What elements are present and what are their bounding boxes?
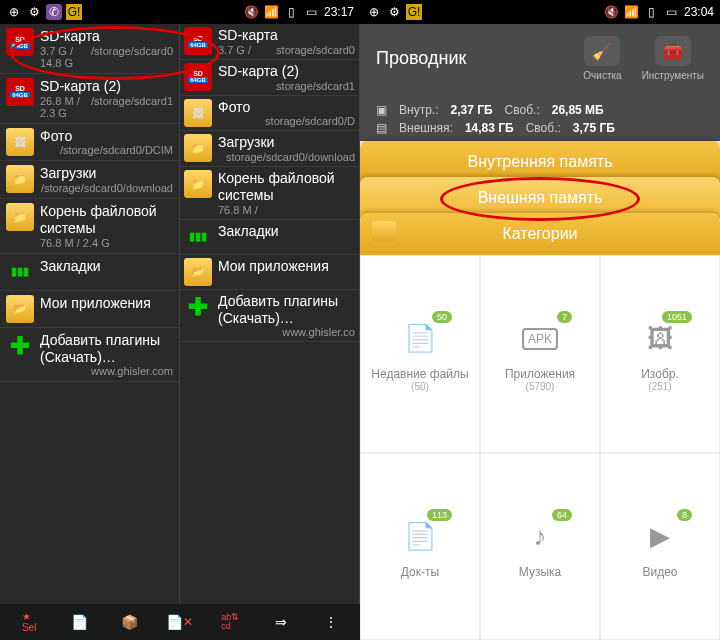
gear-icon: ⚙ (26, 4, 42, 20)
list-item[interactable]: 📂Мои приложения (0, 291, 179, 328)
sd-icon: SD64GB (6, 78, 34, 106)
list-item[interactable]: 🖼Фотоstorage/sdcard0/D (180, 96, 359, 132)
count-badge: 50 (432, 311, 452, 323)
category-grid: 📄50Недавние файлы(50)APK7Приложения(5790… (360, 255, 720, 640)
list-item[interactable]: 🖼Фото/storage/sdcard0/DCIM (0, 124, 179, 162)
item-size: 76.8 M / (218, 204, 258, 216)
menu-button[interactable]: ⋮ (315, 606, 347, 638)
photo-folder-icon: 🖼 (6, 128, 34, 156)
item-path: /storage/sdcard0/DCIM (60, 144, 173, 156)
item-size: 3.7 G / 14.8 G (40, 45, 91, 69)
wifi-icon: 📶 (624, 4, 640, 20)
sort-button[interactable]: ab⇅cd (214, 606, 246, 638)
app-icon: G! (406, 4, 422, 20)
list-item[interactable]: SD64GBSD-карта (2)26.8 M / 2.3 G/storage… (0, 74, 179, 124)
item-path: www.ghisler.com (91, 365, 173, 377)
list-item[interactable]: 📁Загрузки/storage/sdcard0/download (0, 161, 179, 199)
app-header: Проводник 🧹 Очистка 🧰 Инструменты (360, 24, 720, 93)
plus-icon: ✚ (184, 293, 212, 321)
list-item[interactable]: SD64GBSD-карта (2)storage/sdcard1 (180, 60, 359, 96)
sd-icon: SD64GB (6, 28, 34, 56)
item-title: Корень файловой системы (218, 170, 355, 204)
list-item[interactable]: 📁Корень файловой системы76.8 M / (180, 167, 359, 220)
item-title: Загрузки (218, 134, 355, 151)
count-badge: 64 (552, 509, 572, 521)
copy-button[interactable]: 📄 (63, 606, 95, 638)
category-cell[interactable]: 🖼1051Изобр.(251) (600, 255, 720, 453)
swap-button[interactable]: ⇒ (265, 606, 297, 638)
category-icon: 📄50 (398, 317, 442, 361)
apps-icon: 📂 (184, 258, 212, 286)
plus-icon: ⊕ (6, 4, 22, 20)
category-title: Приложения (505, 367, 575, 381)
category-cell[interactable]: APK7Приложения(5790) (480, 255, 600, 453)
list-item[interactable]: 📁Корень файловой системы76.8 M / 2.4 G (0, 199, 179, 254)
dual-pane: SD64GBSD-карта3.7 G / 14.8 G/storage/sdc… (0, 24, 360, 604)
broom-icon: 🧹 (584, 36, 620, 66)
sd-icon: SD64GB (184, 27, 212, 55)
phone-right: ⊕ ⚙ G! 🔇 📶 ▯ ▭ 23:04 Проводник 🧹 Очистка… (360, 0, 720, 640)
list-item[interactable]: ▮▮▮Закладки (180, 220, 359, 255)
category-sub: (50) (411, 381, 429, 392)
item-title: Добавить плагины (Скачать)… (218, 293, 355, 327)
pane-left[interactable]: SD64GBSD-карта3.7 G / 14.8 G/storage/sdc… (0, 24, 180, 604)
item-path: /storage/sdcard0/download (41, 182, 173, 194)
category-cell[interactable]: 📄50Недавние файлы(50) (360, 255, 480, 453)
delete-button[interactable]: 📄✕ (164, 606, 196, 638)
category-cell[interactable]: ▶8Видео (600, 453, 720, 640)
list-item[interactable]: 📂Мои приложения (180, 255, 359, 290)
folder-icon: 📁 (184, 170, 212, 198)
category-icon: 📄113 (398, 515, 442, 559)
item-title: Корень файловой системы (40, 203, 173, 237)
count-badge: 7 (557, 311, 572, 323)
bookmark-icon: ▮▮▮ (184, 223, 212, 251)
item-size: 76.8 M / 2.4 G (40, 237, 110, 249)
cleanup-button[interactable]: 🧹 Очистка (583, 36, 621, 81)
phone-left: ⊕ ⚙ ✆ G! 🔇 📶 ▯ ▭ 23:17 SD64GBSD-карта3.7… (0, 0, 360, 640)
item-path: storage/sdcard0/D (265, 115, 355, 127)
toolbox-icon: 🧰 (655, 36, 691, 66)
item-title: Добавить плагины (Скачать)… (40, 332, 173, 366)
category-icon: ▶8 (638, 515, 682, 559)
folder-icon: 📁 (184, 134, 212, 162)
pane-right[interactable]: SD64GBSD-карта3.7 G /storage/sdcard0SD64… (180, 24, 360, 604)
category-sub: (5790) (526, 381, 555, 392)
sd-icon: ▤ (376, 121, 387, 135)
category-title: Музыка (519, 565, 561, 579)
page-title: Проводник (376, 48, 466, 69)
battery-icon: ▭ (664, 4, 680, 20)
category-title: Изобр. (641, 367, 679, 381)
tools-button[interactable]: 🧰 Инструменты (642, 36, 704, 81)
viber-icon: ✆ (46, 4, 62, 20)
item-title: SD-карта (2) (218, 63, 355, 80)
category-cell[interactable]: 📄113Док-ты (360, 453, 480, 640)
statusbar-right: ⊕ ⚙ G! 🔇 📶 ▯ ▭ 23:04 (360, 0, 720, 24)
count-badge: 1051 (662, 311, 692, 323)
item-size: 3.7 G / (218, 44, 251, 56)
list-item[interactable]: ✚Добавить плагины (Скачать)…www.ghisler.… (180, 290, 359, 343)
item-title: SD-карта (2) (40, 78, 173, 95)
category-cell[interactable]: ♪64Музыка (480, 453, 600, 640)
item-path: storage/sdcard0 (276, 44, 355, 56)
tab-categories[interactable]: Категории (360, 213, 720, 255)
list-item[interactable]: ✚Добавить плагины (Скачать)…www.ghisler.… (0, 328, 179, 383)
item-title: Закладки (218, 223, 355, 240)
apps-icon: 📂 (6, 295, 34, 323)
list-item[interactable]: SD64GBSD-карта3.7 G /storage/sdcard0 (180, 24, 359, 60)
category-icon: 🖼1051 (638, 317, 682, 361)
sim-icon: ▯ (644, 4, 660, 20)
item-title: Загрузки (40, 165, 173, 182)
pack-button[interactable]: 📦 (114, 606, 146, 638)
list-item[interactable]: ▮▮▮Закладки (0, 254, 179, 291)
item-path: www.ghisler.co (282, 326, 355, 338)
item-title: SD-карта (40, 28, 173, 45)
list-item[interactable]: SD64GBSD-карта3.7 G / 14.8 G/storage/sdc… (0, 24, 179, 74)
category-sub: (251) (648, 381, 671, 392)
category-title: Док-ты (401, 565, 439, 579)
select-button[interactable]: ★Sel (13, 606, 45, 638)
mute-icon: 🔇 (604, 4, 620, 20)
category-title: Видео (642, 565, 677, 579)
storage-external-row: ▤ Внешняя: 14,83 ГБ Своб.: 3,75 ГБ (376, 119, 704, 137)
list-item[interactable]: 📁Загрузкиstorage/sdcard0/download (180, 131, 359, 167)
item-path: /storage/sdcard1 (91, 95, 173, 119)
